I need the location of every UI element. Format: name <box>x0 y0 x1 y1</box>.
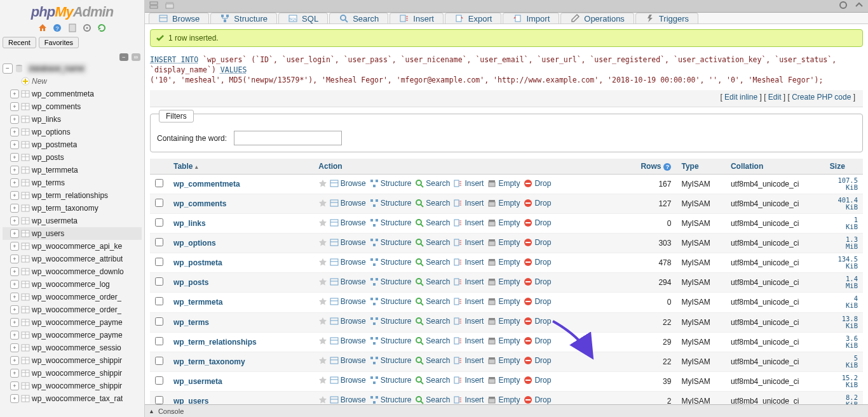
plus-icon[interactable]: + <box>10 343 19 352</box>
sidebar-table-wp_terms[interactable]: +wp_terms <box>3 176 142 189</box>
tab-operations[interactable]: Operations <box>560 13 634 23</box>
plus-icon[interactable]: + <box>10 153 19 162</box>
sidebar-table-wp_woocommerce_attribut[interactable]: +wp_woocommerce_attribut <box>3 253 142 265</box>
structure-action[interactable]: Structure <box>370 277 412 286</box>
table-name-link[interactable]: wp_term_taxonomy <box>173 357 245 366</box>
structure-action[interactable]: Structure <box>370 376 412 385</box>
plus-icon[interactable]: + <box>10 102 19 111</box>
chevron-up-icon[interactable]: ▲ <box>149 408 154 414</box>
star-icon[interactable] <box>318 199 327 208</box>
insert-action[interactable]: Insert <box>454 356 484 365</box>
star-icon[interactable] <box>318 297 327 306</box>
tab-structure[interactable]: Structure <box>210 13 277 23</box>
create-php-link[interactable]: Create PHP code <box>792 93 851 102</box>
insert-action[interactable]: Insert <box>454 297 484 306</box>
tab-insert[interactable]: Insert <box>390 13 444 23</box>
sidebar-table-wp_woocommerce_payme[interactable]: +wp_woocommerce_payme <box>3 329 142 341</box>
table-name-link[interactable]: wp_commentmeta <box>173 180 240 189</box>
row-checkbox[interactable] <box>155 277 163 286</box>
drop-action[interactable]: Drop <box>524 297 551 306</box>
plus-icon[interactable]: + <box>10 178 19 187</box>
search-action[interactable]: Search <box>415 218 450 227</box>
plus-icon[interactable]: + <box>10 128 19 136</box>
drop-action[interactable]: Drop <box>524 218 551 227</box>
insert-action[interactable]: Insert <box>454 376 484 385</box>
empty-action[interactable]: Empty <box>487 218 520 227</box>
refresh-icon[interactable] <box>97 23 107 33</box>
plus-icon[interactable]: + <box>10 369 19 378</box>
plus-icon[interactable]: + <box>10 191 19 200</box>
tab-sql[interactable]: SQLSQL <box>278 13 328 23</box>
doc-icon[interactable] <box>67 23 78 33</box>
sidebar-table-wp_woocommerce_shippir[interactable]: +wp_woocommerce_shippir <box>3 367 142 380</box>
drop-action[interactable]: Drop <box>524 317 551 326</box>
sidebar-table-wp_postmeta[interactable]: +wp_postmeta <box>3 138 142 151</box>
star-icon[interactable] <box>318 376 327 385</box>
tab-triggers[interactable]: Triggers <box>635 13 698 23</box>
star-icon[interactable] <box>318 356 327 365</box>
plus-icon[interactable]: + <box>10 356 19 365</box>
minus-icon[interactable]: − <box>3 63 13 74</box>
plus-icon[interactable]: + <box>10 242 19 251</box>
row-checkbox[interactable] <box>155 317 163 326</box>
star-icon[interactable] <box>318 336 327 345</box>
tab-import[interactable]: Import <box>503 13 559 23</box>
structure-action[interactable]: Structure <box>370 297 412 306</box>
browse-action[interactable]: Browse <box>330 376 366 385</box>
table-name-link[interactable]: wp_term_relationships <box>173 338 257 347</box>
plus-icon[interactable]: + <box>10 394 19 403</box>
search-action[interactable]: Search <box>415 199 450 208</box>
empty-action[interactable]: Empty <box>487 277 520 286</box>
structure-action[interactable]: Structure <box>370 179 412 188</box>
sidebar-table-wp_term_taxonomy[interactable]: +wp_term_taxonomy <box>3 202 142 215</box>
server-icon[interactable] <box>149 0 159 10</box>
edit-link[interactable]: Edit <box>768 93 782 102</box>
link-icon[interactable]: ∞ <box>132 53 140 61</box>
db-icon[interactable] <box>165 0 175 10</box>
search-action[interactable]: Search <box>415 317 450 326</box>
sidebar-table-wp_woocommerce_tax_rat[interactable]: +wp_woocommerce_tax_rat <box>3 392 142 404</box>
search-action[interactable]: Search <box>415 356 450 365</box>
row-checkbox[interactable] <box>155 337 163 345</box>
plus-icon[interactable]: + <box>10 293 19 301</box>
drop-action[interactable]: Drop <box>524 258 551 267</box>
drop-action[interactable]: Drop <box>524 376 551 385</box>
structure-action[interactable]: Structure <box>370 356 412 365</box>
structure-action[interactable]: Structure <box>370 218 412 227</box>
star-icon[interactable] <box>318 317 327 326</box>
browse-action[interactable]: Browse <box>330 336 366 345</box>
tab-export[interactable]: Export <box>445 13 502 23</box>
db-node[interactable]: − database_name <box>3 62 142 75</box>
settings-gear-icon[interactable] <box>838 0 848 10</box>
drop-action[interactable]: Drop <box>524 199 551 208</box>
insert-action[interactable]: Insert <box>454 179 484 188</box>
plus-icon[interactable]: + <box>10 305 19 314</box>
gear-icon[interactable] <box>82 23 92 33</box>
collapse-panel-icon[interactable] <box>854 0 864 10</box>
col-type[interactable]: Type <box>676 159 725 175</box>
row-checkbox[interactable] <box>155 376 163 385</box>
favorites-button[interactable]: Favorites <box>39 37 79 48</box>
search-action[interactable]: Search <box>415 395 450 404</box>
phpmyadmin-logo[interactable]: phpMyAdmin <box>0 0 144 22</box>
sidebar-table-wp_users[interactable]: +wp_users <box>3 227 142 240</box>
browse-action[interactable]: Browse <box>330 317 366 326</box>
empty-action[interactable]: Empty <box>487 376 520 385</box>
structure-action[interactable]: Structure <box>370 258 412 267</box>
sidebar-table-wp_links[interactable]: +wp_links <box>3 113 142 126</box>
col-size[interactable]: Size <box>825 159 863 175</box>
nav-tree[interactable]: − database_name New +wp_commentmeta+wp_c… <box>0 61 144 404</box>
insert-action[interactable]: Insert <box>454 258 484 267</box>
sidebar-table-wp_woocommerce_api_ke[interactable]: +wp_woocommerce_api_ke <box>3 240 142 253</box>
search-action[interactable]: Search <box>415 179 450 188</box>
structure-action[interactable]: Structure <box>370 336 412 345</box>
browse-action[interactable]: Browse <box>330 179 366 188</box>
star-icon[interactable] <box>318 277 327 286</box>
new-link[interactable]: New <box>3 75 142 88</box>
recent-button[interactable]: Recent <box>3 37 36 48</box>
insert-action[interactable]: Insert <box>454 199 484 208</box>
help-icon[interactable]: ? <box>663 163 671 171</box>
plus-icon[interactable]: + <box>10 331 19 340</box>
star-icon[interactable] <box>318 258 327 267</box>
star-icon[interactable] <box>318 238 327 247</box>
